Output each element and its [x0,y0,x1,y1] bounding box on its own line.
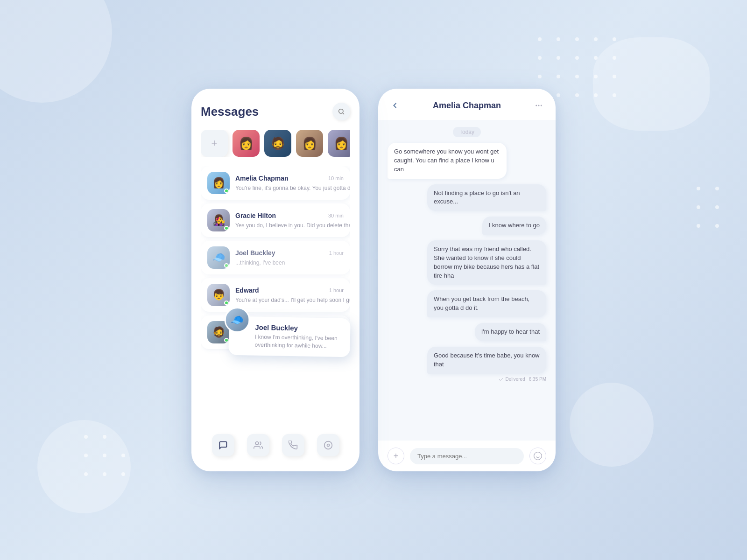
message-content: Joel Buckley 1 hour ...thinking, I've be… [235,249,344,266]
conversation-joel[interactable]: 🧢 Joel Buckley 1 hour ...thinking, I've … [201,241,350,274]
online-indicator [224,189,229,193]
svg-point-7 [534,452,542,460]
floating-card-name: Joel Buckley [255,323,343,333]
stories-row: + 👩 🧔 👩 👩 [201,130,350,157]
floating-card-text: I know I'm overthinking, I've been overt… [255,333,343,350]
online-indicator [224,226,229,231]
svg-point-5 [538,105,540,106]
svg-point-3 [327,444,329,447]
message-text: Good because it's time babe, you know th… [434,352,540,368]
chat-phone: Amelia Chapman Today Go somewhere you kn… [378,89,556,471]
bottom-navigation [201,428,350,462]
message-time: 1 hour [329,287,344,293]
story-avatar-1[interactable]: 👩 [233,130,260,157]
delivered-status: Delivered 6:35 PM [388,377,546,382]
message-time: 30 min [328,213,344,218]
contact-name: Gracie Hilton [235,212,276,219]
svg-point-6 [541,105,542,106]
message-preview: Yes you do, I believe in you. Did you de… [235,222,350,229]
svg-point-2 [255,442,259,445]
conversation-amelia[interactable]: 👩 Amelia Chapman 10 min You're fine, it'… [201,166,350,200]
floating-card-avatar: 🧢 [224,307,250,333]
svg-point-0 [339,109,343,113]
message-sent-4: Sorry that was my friend who called. She… [427,240,546,285]
nav-messages-button[interactable] [212,434,234,456]
online-indicator [224,301,229,305]
message-input[interactable] [410,448,524,464]
chat-messages-area: Today Go somewhere you know you wont get… [378,120,556,441]
conversations-list: 👩 Amelia Chapman 10 min You're fine, it'… [201,166,350,425]
conversation-gracie[interactable]: 👩‍🎤 Gracie Hilton 30 min Yes you do, I b… [201,203,350,237]
conversation-edward[interactable]: 👦 Edward 1 hour You're at your dad's... … [201,278,350,312]
message-received-1: Go somewhere you know you wont get caugh… [388,143,507,179]
message-time: 1 hour [329,250,344,256]
emoji-button[interactable] [529,448,546,464]
story-avatar-3[interactable]: 👩 [296,130,323,157]
message-preview: ...thinking, I've been [235,259,285,266]
story-avatar-4[interactable]: 👩 [328,130,350,157]
svg-point-4 [536,105,537,106]
chat-header: Amelia Chapman [378,89,556,120]
message-text: Go somewhere you know you wont get caugh… [394,148,499,173]
search-button[interactable] [332,103,350,120]
message-content: Amelia Chapman 10 min You're fine, it's … [235,175,344,192]
phones-wrapper: Messages + 👩 🧔 👩 👩 [191,89,556,471]
message-text: Sorry that was my friend who called. She… [434,245,539,279]
svg-line-1 [343,113,344,114]
avatar-amelia: 👩 [207,172,230,194]
delivered-time: 6:35 PM [529,377,546,382]
message-content: Edward 1 hour You're at your dad's... I'… [235,287,344,304]
message-text: I know where to go [489,222,540,229]
more-options-button[interactable] [531,98,546,113]
online-indicator [224,263,229,268]
message-preview: You're at your dad's... I'll get you hel… [235,297,350,303]
message-preview: You're fine, it's gonna be okay. You jus… [235,185,350,191]
floating-contact-card: 🧢 Joel Buckley I know I'm overthinking, … [228,316,350,357]
contact-name: Edward [235,287,259,294]
chat-input-area: + [378,441,556,471]
delivered-label: Delivered [506,377,525,382]
avatar-joel: 🧢 [207,246,230,269]
messages-phone: Messages + 👩 🧔 👩 👩 [191,89,359,471]
nav-settings-button[interactable] [317,434,339,456]
back-button[interactable] [388,98,402,113]
message-received-3: I know where to go [482,217,546,235]
message-sent-2: Not finding a place to go isn't an excus… [427,184,546,211]
contact-name: Joel Buckley [235,249,275,257]
message-sent-6: I'm happy to hear that [475,323,546,341]
contact-name: Amelia Chapman [235,175,289,182]
chat-contact-name: Amelia Chapman [408,101,526,111]
date-divider: Today [453,127,481,137]
nav-calls-button[interactable] [282,434,304,456]
message-received-5: When you get back from the beach, you go… [427,290,546,317]
message-text: Not finding a place to go isn't an excus… [434,189,520,205]
message-text: I'm happy to hear that [481,328,540,335]
story-avatar-2[interactable]: 🧔 [264,130,291,157]
avatar-gracie: 👩‍🎤 [207,209,230,231]
add-story-button[interactable]: + [201,130,228,157]
message-text: When you get back from the beach, you go… [434,295,529,311]
messages-header: Messages [201,103,350,120]
online-indicator [224,338,229,343]
page-title: Messages [201,105,259,119]
message-time: 10 min [328,175,344,181]
nav-contacts-button[interactable] [247,434,269,456]
message-content: Gracie Hilton 30 min Yes you do, I belie… [235,212,344,229]
attach-button[interactable]: + [388,448,404,464]
avatar-edward: 👦 [207,284,230,306]
message-received-7: Good because it's time babe, you know th… [427,347,546,374]
